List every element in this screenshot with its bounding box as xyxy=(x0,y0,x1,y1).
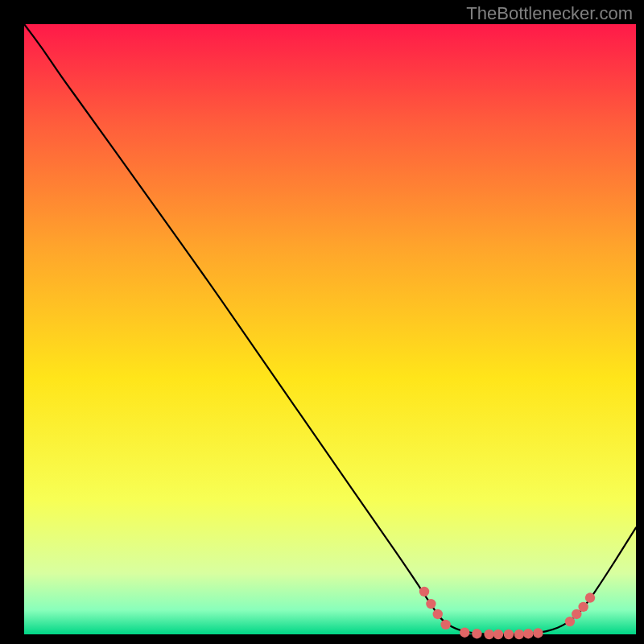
curve-marker xyxy=(565,617,575,626)
curve-marker xyxy=(426,599,436,609)
curve-marker xyxy=(514,630,524,639)
curve-marker xyxy=(433,609,443,619)
curve-marker xyxy=(504,630,514,639)
curve-marker xyxy=(533,628,543,638)
curve-marker xyxy=(460,628,469,638)
curve-marker xyxy=(585,592,595,602)
watermark-text: TheBottlenecker.com xyxy=(466,3,633,24)
curve-marker xyxy=(572,609,581,619)
curve-marker xyxy=(440,620,450,630)
curve-marker xyxy=(523,629,533,638)
bottleneck-chart xyxy=(0,0,644,644)
plot-background-gradient xyxy=(24,24,636,634)
curve-marker xyxy=(484,630,493,639)
chart-frame: { "watermark": "TheBottlenecker.com", "c… xyxy=(0,0,644,644)
curve-marker xyxy=(419,587,429,597)
curve-marker xyxy=(493,630,503,639)
curve-marker xyxy=(578,602,588,612)
curve-marker xyxy=(472,629,481,638)
